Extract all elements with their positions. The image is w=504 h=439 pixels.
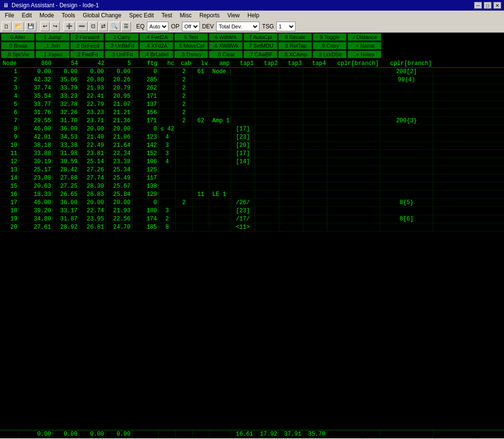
btn-xcamp[interactable]: .8 XCAmp xyxy=(278,51,312,58)
menu-tools[interactable]: Tools xyxy=(58,11,79,20)
table-row[interactable]: 1934.8031.8723.9522.561742/17/8[6] xyxy=(0,215,504,223)
btn-lckdstr[interactable]: .9 LckDStr xyxy=(313,51,347,58)
menu-bar: File Edit Mode Tools Global Change Spec … xyxy=(0,11,504,20)
eq-select[interactable]: Auto xyxy=(147,22,168,31)
btn-unbkfd[interactable]: .3 UnBkFd xyxy=(105,42,139,50)
dev-select[interactable]: Total Dev. xyxy=(216,22,259,31)
menu-global-change[interactable]: Global Change xyxy=(79,11,125,20)
table-row[interactable]: 631.7632.2623.2321.211562 xyxy=(0,109,504,117)
btn-xfd2a[interactable]: .4 XFd2A xyxy=(140,42,173,50)
summary-cell xyxy=(132,430,159,438)
table-row[interactable]: 729.5531.7023.7121.36171262Amp 1200{3} xyxy=(0,117,504,125)
table-row[interactable]: 1325.1728.4227.2625.34125 xyxy=(0,166,504,174)
menu-test[interactable]: Test xyxy=(158,11,176,20)
table-row[interactable]: 1520.6327.2528.3025.67138 xyxy=(0,182,504,191)
table-row[interactable]: 533.7732.7822.7921.071372 xyxy=(0,101,504,109)
menu-reports[interactable]: Reports xyxy=(195,11,223,20)
tb-add[interactable]: ➕ xyxy=(64,22,75,31)
tb-save[interactable]: 💾 xyxy=(25,22,37,31)
title-bar-controls: ─ □ ✕ xyxy=(474,2,501,9)
tsg-select[interactable]: 1 xyxy=(276,22,296,31)
table-row[interactable]: 1746.0036.0020.0020.0002/26/8{5} xyxy=(0,199,504,207)
summary-cell: 0.00 xyxy=(79,430,106,438)
col-42: 42 xyxy=(79,60,106,67)
btn-bkfeed[interactable]: .2 BkFeed xyxy=(70,42,104,50)
summary-cell xyxy=(380,430,433,438)
table-row[interactable]: 337.7433.7921.9320.792622 xyxy=(0,84,504,92)
btn-recalc[interactable]: 8 Recalc xyxy=(278,33,312,41)
btn-toggle[interactable]: 9 Toggle xyxy=(313,33,347,41)
btn-brlabel[interactable]: .4 BrLabel xyxy=(140,51,173,58)
btn-rottap[interactable]: .8 RotTap xyxy=(278,42,312,50)
menu-edit[interactable]: Edit xyxy=(18,11,36,20)
tb-search[interactable]: 🔍 xyxy=(109,22,120,31)
btn-distance[interactable]: ./ Distance xyxy=(348,33,381,41)
table-row[interactable]: 435.5433.2322.4120.951712 xyxy=(0,92,504,101)
col-node: Node xyxy=(0,60,19,67)
btn-break[interactable]: .0 Break xyxy=(1,42,35,50)
toolbar: 🗋 📂 💾 ↩ ↪ ➕ ➖ ⊡ ⇄ 🔍 ☰ EQ Auto OP Off DEV… xyxy=(0,20,504,33)
close-button[interactable]: ✕ xyxy=(493,2,501,9)
btn-unfd[interactable]: .3 UnFFd xyxy=(105,51,139,58)
btn-jump[interactable]: 1 Jump xyxy=(36,33,69,41)
summary-cell xyxy=(209,430,231,438)
table-row[interactable]: 942.0134.5321.4021.061234[23] xyxy=(0,133,504,142)
tb-swap[interactable]: ⇄ xyxy=(99,22,108,31)
tb-remove[interactable]: ➖ xyxy=(76,22,88,31)
tb-menu[interactable]: ☰ xyxy=(121,22,131,31)
btn-test[interactable]: 5 Test xyxy=(174,33,208,41)
menu-help[interactable]: Help xyxy=(244,11,263,20)
btn-carry[interactable]: 3 Carry xyxy=(105,33,139,41)
btn-clear[interactable]: .6 Clear xyxy=(209,51,243,58)
btn-autocpl[interactable]: 7 AutoCpl xyxy=(244,33,277,41)
menu-misc[interactable]: Misc xyxy=(176,11,196,20)
col-cab: cab xyxy=(176,60,193,67)
table-row[interactable]: 2027.6128.9226.8124.701858<11> xyxy=(0,223,504,232)
minimize-button[interactable]: ─ xyxy=(474,2,482,9)
menu-mode[interactable]: Mode xyxy=(36,11,58,20)
summary-cell: 35.70 xyxy=(303,430,327,438)
maximize-button[interactable]: □ xyxy=(484,2,491,9)
op-select[interactable]: Off xyxy=(182,22,200,31)
data-grid[interactable]: 10.000.000.000.000261Node 1200[2]242.323… xyxy=(0,68,504,430)
btn-join[interactable]: .1 Join xyxy=(36,42,69,50)
menu-view[interactable]: View xyxy=(223,11,244,20)
menu-file[interactable]: File xyxy=(1,11,18,20)
tb-open[interactable]: 📂 xyxy=(13,22,24,31)
btn-alter[interactable]: 0 Alter xyxy=(1,33,35,41)
col-amp: amp xyxy=(209,60,231,67)
btn-forward[interactable]: 2 Forward xyxy=(70,33,104,41)
summary-cell: 17.92 xyxy=(255,430,279,438)
tb-select[interactable]: ⊡ xyxy=(89,22,98,31)
btn-setmdu[interactable]: .7 SetMDU xyxy=(244,42,277,50)
btn-cawbf[interactable]: .7 CAwBF xyxy=(244,51,277,58)
table-row[interactable]: 1133.8831.9823.8122.341523[17] xyxy=(0,150,504,158)
table-row[interactable]: 846.0036.0020.0020.000≤ 42[17] xyxy=(0,125,504,133)
btn-dsmry[interactable]: .5 Dsmry xyxy=(174,51,208,58)
btn-spcvw[interactable]: .0 SpcVw xyxy=(1,51,35,58)
col-54: 54 xyxy=(53,60,79,67)
tb-new[interactable]: 🗋 xyxy=(1,22,12,31)
btn-xspec[interactable]: .1 Xspec xyxy=(36,51,69,58)
tb-redo[interactable]: ↪ xyxy=(51,22,60,31)
btn-copy[interactable]: .9 Copy xyxy=(313,42,347,50)
btn-fwdfd[interactable]: .2 FwdFd xyxy=(70,51,104,58)
menu-spec-edit[interactable]: Spec Edit xyxy=(125,11,157,20)
action-row-2: .0 Break .1 Join .2 BkFeed .3 UnBkFd .4 … xyxy=(1,42,503,50)
col-cplr2: cplr[branch] xyxy=(380,60,433,67)
table-row[interactable]: 10.000.000.000.000261Node 1200[2] xyxy=(0,68,504,76)
btn-xwillwk[interactable]: .6 XWillWk xyxy=(209,42,243,50)
table-row[interactable]: 1839.2033.1722.7421.931803[23] xyxy=(0,207,504,215)
table-row[interactable]: 1038.1833.3822.4921.641423[20] xyxy=(0,142,504,150)
btn-movecpl[interactable]: .5 MoveCpl xyxy=(174,42,208,50)
table-row[interactable]: 1423.0827.8827.7425.49117 xyxy=(0,174,504,182)
btn-notes[interactable]: .+ Notes xyxy=(348,51,381,58)
table-row[interactable]: 1618.3326.6528.8325.8412911LE 1 xyxy=(0,191,504,199)
table-row[interactable]: 242.3235.0620.8020.26285299(4) xyxy=(0,76,504,84)
btn-name[interactable]: .+ Name xyxy=(348,42,381,50)
btn-fwd2a[interactable]: .4 Fwd2A xyxy=(140,33,173,41)
table-row[interactable]: 1230.1930.5925.1423.381064[14] xyxy=(0,158,504,166)
op-label: OP xyxy=(169,23,181,30)
btn-willwrk[interactable]: 6 WillWrk xyxy=(209,33,243,41)
tb-undo[interactable]: ↩ xyxy=(40,22,50,31)
